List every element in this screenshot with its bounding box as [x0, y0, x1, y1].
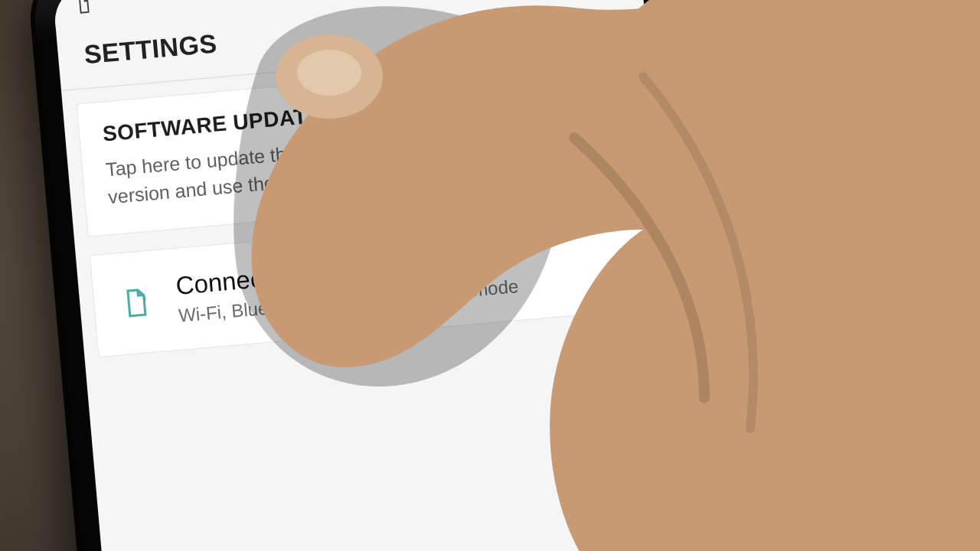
phone-screen: SETTINGS SOFTWARE UPDATE Tap here to upd… — [52, 0, 748, 551]
connections-icon — [116, 282, 155, 322]
connections-row[interactable]: Connections Wi-Fi, Bluetooth, Data usage… — [90, 207, 656, 357]
connections-text: Connections Wi-Fi, Bluetooth, Data usage… — [175, 232, 631, 326]
phone-device: SETTINGS SOFTWARE UPDATE Tap here to upd… — [31, 0, 769, 551]
photo-scene: SETTINGS SOFTWARE UPDATE Tap here to upd… — [0, 0, 980, 551]
sim-card-icon — [74, 0, 93, 15]
